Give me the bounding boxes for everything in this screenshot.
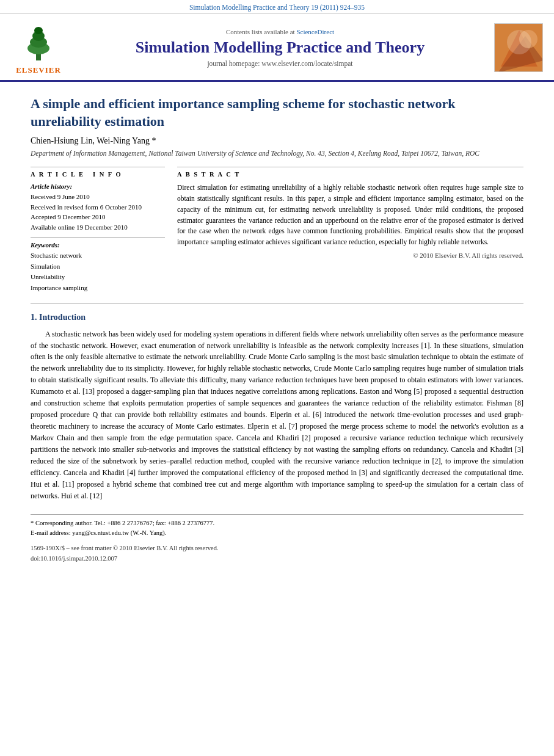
journal-reference-bar: Simulation Modelling Practice and Theory…	[0, 0, 554, 14]
main-content: A simple and efficient importance sampli…	[0, 95, 554, 564]
accepted-date: Accepted 9 December 2010	[31, 212, 165, 222]
article-info-heading: A R T I C L E I N F O	[31, 171, 165, 178]
journal-reference-text: Simulation Modelling Practice and Theory…	[189, 4, 365, 11]
keyword-2: Simulation	[31, 261, 165, 272]
article-info-column: A R T I C L E I N F O Article history: R…	[31, 167, 165, 293]
sciencedirect-link[interactable]: ScienceDirect	[296, 28, 334, 35]
section-label: Introduction	[39, 313, 86, 322]
section-number: 1.	[31, 313, 39, 322]
authors: Chien-Hsiung Lin, Wei-Ning Yang *	[31, 136, 523, 146]
issn-line: 1569-190X/$ – see front matter © 2010 El…	[31, 543, 523, 554]
abstract-column: A B S T R A C T Direct simulation for es…	[177, 167, 523, 293]
available-date: Available online 19 December 2010	[31, 222, 165, 233]
contents-label: Contents lists available at	[226, 28, 295, 35]
abstract-heading: A B S T R A C T	[177, 171, 523, 178]
homepage-label: journal homepage: www.elsevier.com/locat…	[207, 60, 352, 67]
keyword-4: Importance sampling	[31, 283, 165, 294]
keyword-3: Unreliability	[31, 272, 165, 283]
affiliation: Department of Information Management, Na…	[31, 150, 523, 157]
introduction-section: 1. Introduction A stochastic network has…	[31, 313, 523, 502]
received-date: Received 9 June 2010	[31, 192, 165, 202]
svg-point-5	[34, 27, 43, 34]
email-footnote: E-mail address: yang@cs.ntust.edu.tw (W.…	[31, 528, 523, 538]
journal-header: ELSEVIER Contents lists available at Sci…	[0, 14, 554, 82]
footnote-area: * Corresponding author. Tel.: +886 2 273…	[31, 514, 523, 538]
elsevier-logo: ELSEVIER	[11, 20, 66, 75]
contents-available-line: Contents lists available at ScienceDirec…	[73, 28, 487, 35]
history-title: Article history:	[31, 183, 165, 190]
introduction-title: 1. Introduction	[31, 313, 523, 322]
copyright: © 2010 Elsevier B.V. All rights reserved…	[177, 252, 523, 259]
article-title: A simple and efficient importance sampli…	[31, 95, 523, 130]
corresponding-author-footnote: * Corresponding author. Tel.: +886 2 273…	[31, 518, 523, 528]
journal-center: Contents lists available at ScienceDirec…	[73, 28, 487, 67]
journal-cover-thumbnail	[494, 23, 543, 72]
journal-cover-image	[495, 24, 543, 72]
keyword-1: Stochastic network	[31, 250, 165, 261]
journal-homepage: journal homepage: www.elsevier.com/locat…	[73, 60, 487, 67]
section-divider	[31, 303, 523, 304]
elsevier-brand-text: ELSEVIER	[16, 65, 61, 75]
page-bottom-info: 1569-190X/$ – see front matter © 2010 El…	[31, 543, 523, 564]
article-info-abstract: A R T I C L E I N F O Article history: R…	[31, 167, 523, 293]
journal-title: Simulation Modelling Practice and Theory	[73, 38, 487, 57]
keywords-section: Keywords: Stochastic network Simulation …	[31, 237, 165, 293]
svg-point-9	[519, 30, 538, 48]
keywords-title: Keywords:	[31, 241, 165, 249]
introduction-paragraph: A stochastic network has been widely use…	[31, 329, 523, 502]
abstract-text: Direct simulation for estimating unrelia…	[177, 183, 523, 248]
elsevier-tree-icon	[16, 20, 60, 64]
doi-line: doi:10.1016/j.simpat.2010.12.007	[31, 554, 523, 564]
revised-date: Received in revised form 6 October 2010	[31, 202, 165, 213]
